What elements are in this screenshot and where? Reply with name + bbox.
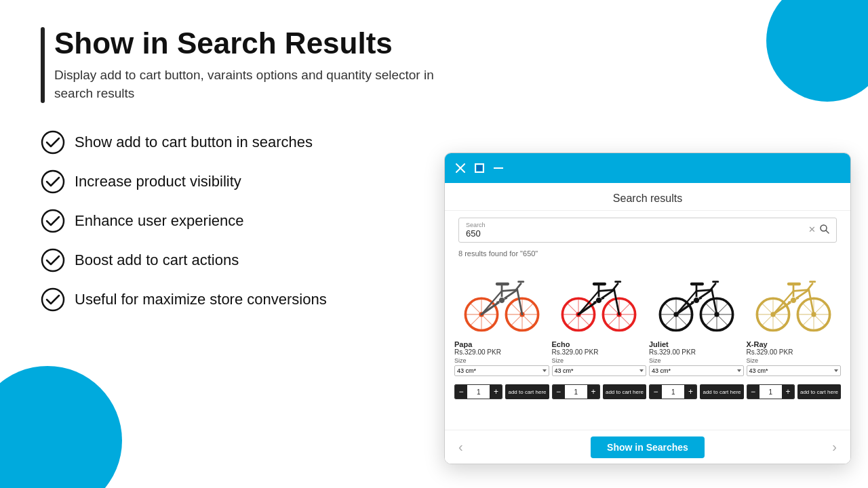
- product-price: Rs.329.00 PKR: [454, 348, 549, 356]
- cart-control-1: − 1 + add to cart here: [454, 384, 549, 399]
- bike-image-2: [552, 263, 647, 338]
- bikes-area: [445, 263, 850, 338]
- product-card-1: Papa Rs.329.00 PKR Size 43 cm*: [454, 340, 549, 376]
- svg-line-104: [808, 283, 812, 289]
- qty-control: − 1 +: [747, 384, 795, 399]
- cart-buttons-row: − 1 + add to cart here − 1 + add to cart…: [445, 382, 850, 402]
- subtitle: Display add to cart button, varaints opt…: [54, 66, 461, 102]
- product-price: Rs.329.00 PKR: [649, 348, 744, 356]
- main-title: Show in Search Results: [54, 27, 461, 60]
- product-size-select[interactable]: 43 cm*: [649, 365, 744, 376]
- decorative-circle-bottom: [0, 366, 122, 488]
- product-size-label: Size: [552, 357, 647, 364]
- product-name: Echo: [552, 340, 647, 348]
- product-size-select[interactable]: 43 cm*: [454, 365, 549, 376]
- show-in-searches-button[interactable]: Show in Searches: [591, 436, 705, 458]
- product-price: Rs.329.00 PKR: [747, 348, 842, 356]
- product-name: X-Ray: [747, 340, 842, 348]
- svg-line-56: [613, 283, 618, 289]
- svg-line-32: [516, 283, 521, 289]
- product-card-2: Echo Rs.329.00 PKR Size 43 cm*: [552, 340, 647, 376]
- add-to-cart-btn[interactable]: add to cart here: [505, 384, 549, 399]
- title-text-block: Show in Search Results Display add to ca…: [45, 27, 461, 103]
- product-size-select[interactable]: 43 cm*: [552, 365, 647, 376]
- qty-plus-btn[interactable]: +: [587, 384, 599, 399]
- feature-text: Show add to cart button in searches: [75, 134, 313, 151]
- feature-text: Enhance user experience: [75, 212, 244, 230]
- browser-mockup: Search results Search 650 ✕ 8 results fo…: [444, 152, 851, 464]
- feature-item: Useful for maximize store conversions: [41, 287, 461, 312]
- qty-value: 1: [760, 388, 782, 396]
- search-bar-value: 650: [466, 228, 481, 239]
- qty-control: − 1 +: [649, 384, 697, 399]
- search-bar-icons: ✕: [808, 224, 829, 236]
- svg-line-11: [826, 230, 829, 233]
- feature-item: Increase product visibility: [41, 169, 461, 194]
- qty-plus-btn[interactable]: +: [490, 384, 502, 399]
- prev-arrow[interactable]: ‹: [458, 439, 463, 455]
- feature-text: Increase product visibility: [75, 173, 241, 190]
- product-size-label: Size: [649, 357, 744, 364]
- browser-content: Search results Search 650 ✕ 8 results fo…: [445, 183, 850, 464]
- feature-item: Enhance user experience: [41, 209, 461, 233]
- qty-minus-btn[interactable]: −: [747, 384, 760, 399]
- product-size-select[interactable]: 43 cm*: [747, 365, 842, 376]
- check-icon: [41, 130, 65, 155]
- product-size-label: Size: [454, 357, 549, 364]
- browser-close-btn[interactable]: [454, 162, 467, 174]
- qty-value: 1: [565, 388, 587, 396]
- qty-control: − 1 +: [454, 384, 502, 399]
- decorative-circle-top: [766, 0, 868, 102]
- qty-minus-btn[interactable]: −: [553, 384, 565, 399]
- qty-plus-btn[interactable]: +: [782, 384, 794, 399]
- feature-item: Boost add to cart actions: [41, 248, 461, 272]
- qty-value: 1: [467, 388, 490, 396]
- feature-text: Boost add to cart actions: [75, 251, 239, 269]
- products-grid: Papa Rs.329.00 PKR Size 43 cm* Echo Rs.3…: [445, 338, 850, 379]
- bike-image-1: [454, 263, 549, 338]
- qty-plus-btn[interactable]: +: [684, 384, 696, 399]
- feature-item: Show add to cart button in searches: [41, 130, 461, 155]
- check-icon: [41, 287, 65, 312]
- qty-control: − 1 +: [552, 384, 600, 399]
- cart-control-2: − 1 + add to cart here: [552, 384, 647, 399]
- features-list: Show add to cart button in searches Incr…: [41, 130, 461, 312]
- product-card-3: Juliet Rs.329.00 PKR Size 43 cm*: [649, 340, 744, 376]
- svg-line-80: [711, 283, 715, 289]
- add-to-cart-btn[interactable]: add to cart here: [797, 384, 841, 399]
- check-icon: [41, 209, 65, 233]
- product-name: Juliet: [649, 340, 744, 348]
- search-bar[interactable]: Search 650 ✕: [458, 218, 837, 243]
- product-name: Papa: [454, 340, 549, 348]
- add-to-cart-btn[interactable]: add to cart here: [603, 384, 646, 399]
- cart-control-3: − 1 + add to cart here: [649, 384, 744, 399]
- product-size-label: Size: [747, 357, 842, 364]
- search-bar-area[interactable]: Search 650 ✕: [445, 211, 850, 249]
- browser-square-btn[interactable]: [473, 162, 486, 174]
- check-icon: [41, 248, 65, 272]
- bike-image-4: [747, 263, 842, 338]
- title-block: Show in Search Results Display add to ca…: [41, 27, 461, 103]
- browser-titlebar: [445, 153, 850, 183]
- qty-minus-btn[interactable]: −: [455, 384, 467, 399]
- cart-control-4: − 1 + add to cart here: [747, 384, 842, 399]
- browser-minimize-btn[interactable]: [492, 162, 505, 174]
- qty-minus-btn[interactable]: −: [650, 384, 662, 399]
- bike-image-3: [649, 263, 744, 338]
- qty-value: 1: [662, 388, 684, 396]
- product-price: Rs.329.00 PKR: [552, 348, 647, 356]
- svg-rect-8: [477, 165, 482, 171]
- next-arrow[interactable]: ›: [832, 439, 837, 455]
- page-title: Search results: [445, 183, 850, 211]
- feature-text: Useful for maximize store conversions: [75, 291, 327, 308]
- search-bar-label: Search: [466, 222, 808, 228]
- results-count: 8 results found for "650": [445, 249, 850, 263]
- add-to-cart-btn[interactable]: add to cart here: [700, 384, 743, 399]
- clear-icon[interactable]: ✕: [808, 224, 816, 236]
- left-panel: Show in Search Results Display add to ca…: [41, 27, 461, 312]
- search-icon[interactable]: [820, 224, 829, 236]
- check-icon: [41, 169, 65, 194]
- browser-bottom-nav: ‹ Show in Searches ›: [445, 430, 850, 464]
- product-card-4: X-Ray Rs.329.00 PKR Size 43 cm*: [747, 340, 842, 376]
